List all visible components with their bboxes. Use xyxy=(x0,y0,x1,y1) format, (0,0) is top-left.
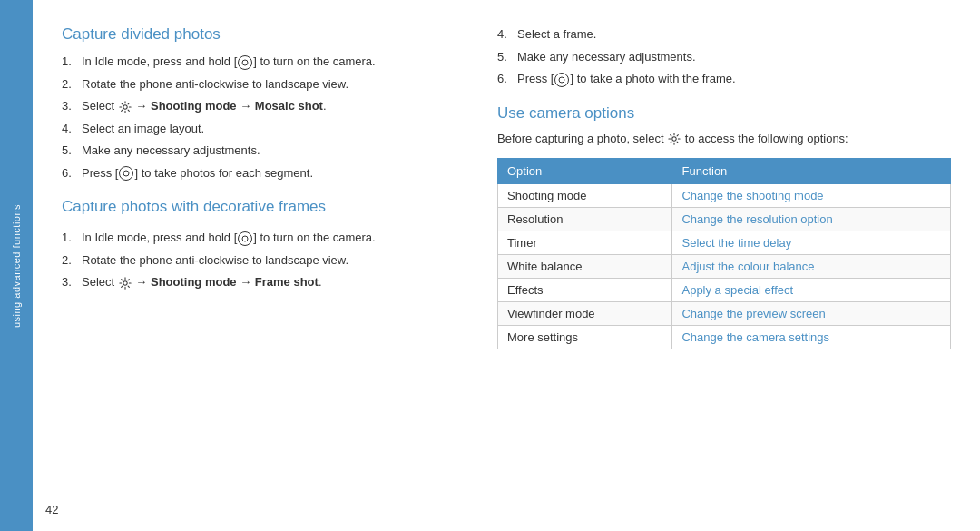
list-item: 1. In Idle mode, press and hold [] to tu… xyxy=(62,53,461,71)
table-row: Viewfinder modeChange the preview screen xyxy=(498,302,951,326)
option-cell: White balance xyxy=(498,255,672,279)
table-row: Shooting modeChange the shooting mode xyxy=(498,184,951,208)
section2-steps: 1. In Idle mode, press and hold [] to tu… xyxy=(62,229,461,291)
camera-icon xyxy=(119,166,133,181)
option-cell: Viewfinder mode xyxy=(498,302,672,326)
list-item: 6. Press [] to take photos for each segm… xyxy=(62,164,461,182)
table-row: ResolutionChange the resolution option xyxy=(498,208,951,231)
option-cell: Shooting mode xyxy=(498,184,672,208)
section1-title: Capture divided photos xyxy=(62,25,461,44)
list-item: 2. Rotate the phone anti-clockwise to la… xyxy=(62,75,461,93)
svg-point-1 xyxy=(123,280,127,284)
section1-steps: 1. In Idle mode, press and hold [] to tu… xyxy=(62,53,461,182)
camera-icon xyxy=(238,231,252,246)
camera-icon xyxy=(238,55,252,70)
sidebar-label: using advanced functions xyxy=(11,203,22,327)
function-cell: Change the shooting mode xyxy=(672,184,951,208)
option-cell: More settings xyxy=(498,326,672,349)
list-item: 3. Select → Shooting mode → Frame shot. xyxy=(62,273,461,291)
list-item: 5. Make any necessary adjustments. xyxy=(497,48,951,66)
list-item: 1. In Idle mode, press and hold [] to tu… xyxy=(62,229,461,247)
function-cell: Change the camera settings xyxy=(672,326,951,349)
option-cell: Timer xyxy=(498,231,672,255)
function-cell: Change the resolution option xyxy=(672,208,951,231)
page-number: 42 xyxy=(45,503,58,516)
list-item: 6. Press [] to take a photo with the fra… xyxy=(497,70,951,88)
function-cell: Adjust the colour balance xyxy=(672,255,951,279)
gear-icon xyxy=(119,101,132,113)
col-function: Function xyxy=(672,159,951,184)
section2-title: Capture photos with decorative frames xyxy=(62,198,461,216)
table-row: More settingsChange the camera settings xyxy=(498,326,951,349)
col-option: Option xyxy=(498,159,672,184)
function-cell: Select the time delay xyxy=(672,231,951,255)
list-item: 3. Select → Shooting mode → Mosaic shot. xyxy=(62,97,461,115)
left-column: Capture divided photos 1. In Idle mode, … xyxy=(62,25,461,513)
options-table: Option Function Shooting modeChange the … xyxy=(497,158,951,349)
sidebar: using advanced functions xyxy=(0,0,33,531)
list-item: 4. Select a frame. xyxy=(497,25,951,44)
table-row: TimerSelect the time delay xyxy=(498,231,951,255)
function-cell: Apply a special effect xyxy=(672,279,951,302)
option-cell: Resolution xyxy=(498,208,672,231)
use-camera-title: Use camera options xyxy=(497,104,951,123)
svg-point-0 xyxy=(123,104,127,108)
camera-options-intro: Before capturing a photo, select to acce… xyxy=(497,130,951,148)
camera-icon xyxy=(554,73,569,87)
svg-point-2 xyxy=(672,137,676,141)
continued-steps: 4. Select a frame. 5. Make any necessary… xyxy=(497,25,951,88)
table-row: EffectsApply a special effect xyxy=(498,279,951,302)
option-cell: Effects xyxy=(498,279,672,302)
list-item: 4. Select an image layout. xyxy=(62,120,461,138)
gear-icon xyxy=(119,277,132,290)
table-header-row: Option Function xyxy=(498,159,951,184)
function-cell: Change the preview screen xyxy=(672,302,951,326)
gear-icon xyxy=(668,133,681,145)
list-item: 2. Rotate the phone anti-clockwise to la… xyxy=(62,251,461,270)
list-item: 5. Make any necessary adjustments. xyxy=(62,142,461,160)
table-row: White balanceAdjust the colour balance xyxy=(498,255,951,279)
right-column: 4. Select a frame. 5. Make any necessary… xyxy=(497,25,951,513)
main-content: Capture divided photos 1. In Idle mode, … xyxy=(33,0,980,531)
